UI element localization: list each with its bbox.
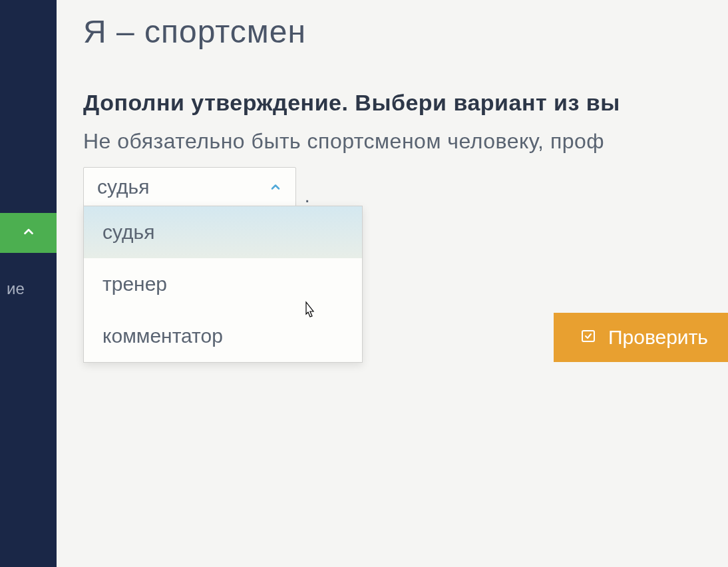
sidebar-collapse-button[interactable] [0,213,57,253]
dropdown-option[interactable]: тренер [84,258,362,310]
check-icon [580,326,596,349]
dropdown-list: судья тренер комментатор [83,206,363,363]
svg-rect-0 [582,331,594,341]
sidebar-item-label-cut: ие [0,280,25,298]
dropdown-selected-label: судья [97,176,149,198]
chevron-up-icon [21,224,36,242]
dropdown-selected[interactable]: судья [83,167,296,207]
check-button-label: Проверить [608,326,708,349]
sentence-period: . [304,184,309,207]
chevron-up-icon [269,176,282,198]
task-sentence: Не обязательно быть спортсменом человеку… [83,129,701,154]
main-content: Я – спортсмен Дополни утверждение. Выбер… [57,0,728,567]
page-title: Я – спортсмен [83,13,701,50]
task-instruction: Дополни утверждение. Выбери вариант из в… [83,90,701,116]
dropdown-option[interactable]: судья [84,206,362,258]
check-button[interactable]: Проверить [554,313,728,362]
dropdown-option[interactable]: комментатор [84,310,362,362]
answer-dropdown: судья . судья тренер комментатор [83,167,310,207]
sidebar: ие [0,0,57,567]
